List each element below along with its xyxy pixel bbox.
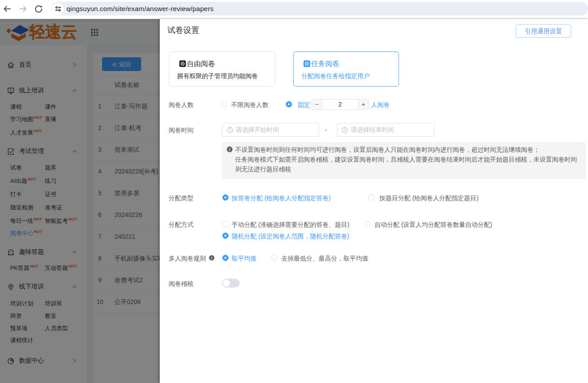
svg-text:i: i: [229, 147, 230, 152]
